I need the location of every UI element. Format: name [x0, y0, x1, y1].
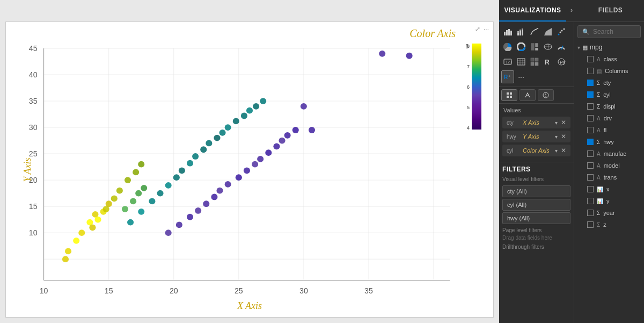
- field-model-checkbox[interactable]: [587, 162, 594, 169]
- viz-custom-r[interactable]: R+: [501, 70, 514, 83]
- field-x[interactable]: 📊 x: [574, 183, 644, 195]
- x-expand[interactable]: ▾: [555, 120, 558, 126]
- field-columns-checkbox[interactable]: [587, 68, 594, 74]
- field-drv-checkbox[interactable]: [587, 115, 594, 121]
- field-hwy[interactable]: Σ hwy: [574, 136, 644, 148]
- svg-point-31: [65, 248, 71, 255]
- field-displ[interactable]: Σ displ: [574, 101, 644, 112]
- value-row-color: cyl Color Axis ▾ ✕: [502, 145, 570, 156]
- field-manufac-checkbox[interactable]: [587, 150, 594, 157]
- svg-text:30: 30: [29, 123, 38, 132]
- svg-rect-93: [506, 30, 508, 35]
- field-columns[interactable]: ▤ Columns: [574, 65, 644, 77]
- svg-text:R: R: [545, 59, 550, 66]
- svg-rect-123: [535, 58, 538, 61]
- fields-btn[interactable]: [501, 89, 517, 101]
- field-manufac-type-icon: A: [597, 151, 601, 157]
- svg-point-68: [260, 98, 266, 104]
- field-year[interactable]: Σ year: [574, 207, 644, 219]
- y-axis-value: Y Axis: [523, 133, 552, 140]
- field-z-type-icon: Σ: [597, 222, 600, 228]
- viz-python[interactable]: Py: [555, 55, 568, 68]
- format-btn[interactable]: [519, 89, 536, 101]
- viz-more[interactable]: ···: [515, 70, 528, 83]
- filter-hwy[interactable]: hwy (All): [502, 212, 570, 224]
- svg-rect-109: [531, 43, 535, 51]
- viz-donut[interactable]: [515, 40, 528, 53]
- search-input[interactable]: [593, 28, 644, 35]
- viz-bar-chart[interactable]: [501, 25, 514, 38]
- fields-column: 🔍 ▾ ▦ mpg A class ▤ Columns: [574, 22, 644, 323]
- svg-point-37: [94, 217, 101, 223]
- filter-cyl[interactable]: cyl (All): [502, 199, 570, 211]
- field-class-checkbox[interactable]: [587, 56, 594, 62]
- color-axis-value: Color Axis: [523, 147, 552, 154]
- group-arrow: ▾: [577, 45, 580, 51]
- viz-stacked-bar[interactable]: [515, 25, 528, 38]
- color-remove[interactable]: ✕: [561, 147, 566, 154]
- field-trans-checkbox[interactable]: [587, 174, 594, 181]
- field-class[interactable]: A class: [574, 53, 644, 65]
- svg-point-49: [141, 185, 147, 191]
- field-cyl[interactable]: Σ cyl: [574, 89, 644, 101]
- scatter-plot: 45 40 35 30 25 20 15 10 10 15 20 25 30 3…: [6, 22, 493, 317]
- field-displ-checkbox[interactable]: [587, 103, 594, 110]
- viz-area-chart[interactable]: [541, 25, 554, 38]
- y-expand[interactable]: ▾: [555, 134, 558, 140]
- field-z-name: z: [603, 221, 640, 228]
- field-trans[interactable]: A trans: [574, 171, 644, 183]
- field-x-checkbox[interactable]: [587, 186, 594, 192]
- field-y-checkbox[interactable]: [587, 198, 594, 204]
- viz-table[interactable]: [515, 55, 528, 68]
- svg-rect-95: [510, 31, 512, 35]
- svg-point-54: [165, 182, 172, 189]
- svg-point-55: [173, 174, 180, 181]
- field-model[interactable]: A model: [574, 160, 644, 171]
- field-fl-type-icon: A: [597, 127, 601, 133]
- field-z-checkbox[interactable]: [587, 221, 594, 228]
- filter-cty[interactable]: cty (All): [502, 185, 570, 197]
- field-y[interactable]: 📊 y: [574, 195, 644, 207]
- svg-marker-102: [544, 28, 552, 35]
- field-hwy-checkbox[interactable]: [587, 139, 594, 145]
- panel-arrow[interactable]: ›: [566, 0, 577, 21]
- viz-matrix[interactable]: [528, 55, 541, 68]
- field-manufac[interactable]: A manufac: [574, 148, 644, 160]
- svg-text:20: 20: [29, 176, 38, 184]
- analytics-btn[interactable]: [538, 89, 554, 101]
- x-remove[interactable]: ✕: [561, 119, 566, 126]
- tab-fields[interactable]: FIELDS: [577, 0, 644, 21]
- field-group-mpg[interactable]: ▾ ▦ mpg: [574, 41, 644, 53]
- svg-point-87: [309, 127, 315, 133]
- svg-point-41: [111, 196, 118, 202]
- viz-map[interactable]: [541, 40, 554, 53]
- svg-point-81: [265, 149, 272, 156]
- field-z[interactable]: Σ z: [574, 219, 644, 231]
- viz-r-visual[interactable]: R: [541, 55, 554, 68]
- viz-gauge[interactable]: [555, 40, 568, 53]
- viz-line-chart[interactable]: [528, 25, 541, 38]
- field-manufac-name: manufac: [604, 150, 640, 157]
- field-fl[interactable]: A fl: [574, 124, 644, 136]
- viz-card[interactable]: 123: [501, 55, 514, 68]
- field-hwy-type-icon: Σ: [597, 139, 600, 145]
- field-cty-name: cty: [603, 80, 640, 86]
- svg-text:25: 25: [235, 286, 243, 295]
- field-cty-checkbox[interactable]: [587, 80, 594, 86]
- field-class-type-icon: A: [597, 56, 601, 62]
- viz-treemap[interactable]: [528, 40, 541, 53]
- field-cyl-checkbox[interactable]: [587, 91, 594, 98]
- viz-scatter[interactable]: [555, 25, 568, 38]
- field-year-checkbox[interactable]: [587, 210, 594, 216]
- color-expand[interactable]: ▾: [555, 148, 558, 154]
- tab-visualizations[interactable]: VISUALIZATIONS: [499, 0, 566, 21]
- field-cty[interactable]: Σ cty: [574, 77, 644, 89]
- svg-rect-97: [517, 31, 519, 33]
- field-x-name: x: [606, 186, 640, 192]
- viz-pie[interactable]: [501, 40, 514, 53]
- svg-point-106: [564, 28, 565, 30]
- field-drv[interactable]: A drv: [574, 112, 644, 124]
- svg-point-84: [284, 132, 291, 139]
- field-fl-checkbox[interactable]: [587, 127, 594, 133]
- y-remove[interactable]: ✕: [561, 133, 566, 140]
